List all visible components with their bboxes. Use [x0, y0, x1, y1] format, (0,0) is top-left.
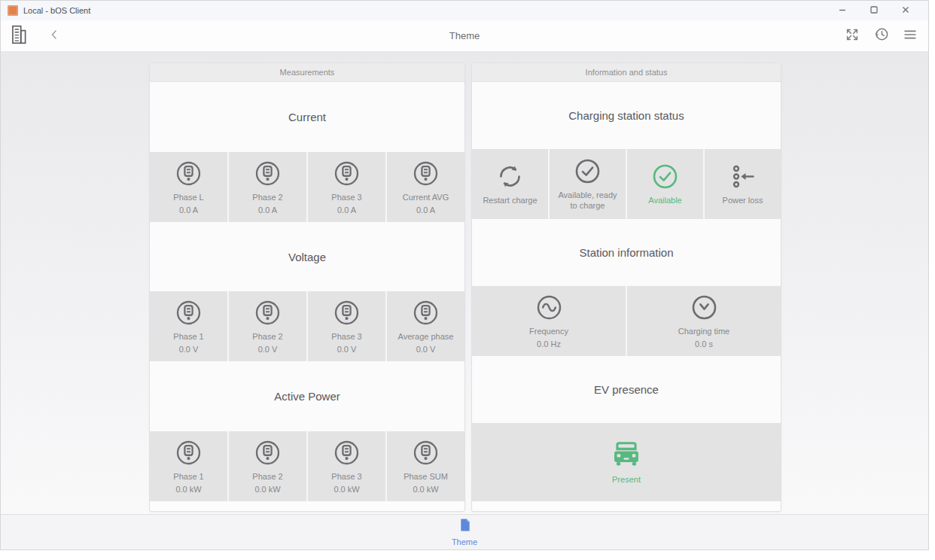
tab-theme[interactable]: Theme [452, 518, 477, 546]
section-heading-current: Current [150, 82, 464, 152]
tile-label: Current AVG [403, 192, 449, 202]
history-button[interactable] [873, 26, 890, 46]
power-loss-icon [729, 163, 757, 190]
tile-restart-charge[interactable]: Restart charge [472, 149, 548, 219]
tile-phase-sum: Phase SUM0.0 kW [385, 431, 464, 501]
tile-row-current: Phase L0.0 A Phase 20.0 A Phase 30.0 A C… [150, 152, 464, 222]
tile-row-charging-station-status: Restart charge Available, ready to charg… [472, 149, 781, 219]
panel-title: Measurements [150, 63, 464, 82]
meter-icon [175, 299, 203, 327]
tile-label: Phase 2 [252, 331, 282, 342]
check-circle-icon [651, 163, 679, 190]
tile-present: Present [472, 423, 781, 501]
tile-value: 0.0 V [179, 345, 199, 354]
fullscreen-icon [844, 26, 860, 46]
close-button[interactable] [890, 1, 921, 20]
meter-icon [333, 299, 361, 327]
tile-phase-1: Phase 10.0 kW [150, 431, 227, 501]
meter-icon [254, 299, 282, 327]
home-button[interactable] [9, 24, 29, 48]
tile-value: 0.0 A [416, 205, 435, 215]
tile-label: Restart charge [483, 195, 537, 205]
meter-icon [333, 160, 361, 187]
clock-icon [690, 294, 718, 321]
tile-phase-3: Phase 30.0 kW [306, 431, 385, 501]
fullscreen-button[interactable] [844, 26, 860, 46]
titlebar: Local - bOS Client [1, 1, 928, 20]
tile-label: Phase 3 [331, 471, 361, 482]
tile-phase-3: Phase 30.0 A [306, 152, 385, 222]
tile-value: 0.0 A [258, 205, 277, 215]
tile-power-loss: Power loss [703, 149, 781, 219]
tile-available: Available [626, 149, 703, 219]
tile-value: 0.0 kW [413, 485, 438, 494]
maximize-icon [870, 4, 879, 17]
tile-label: Phase L [173, 192, 203, 202]
panel-title: Information and status [472, 63, 781, 82]
tile-label: Charging time [678, 326, 729, 336]
tile-phase-l: Phase L0.0 A [150, 152, 227, 222]
tile-value: 0.0 Hz [537, 339, 561, 348]
tile-value: 0.0 kW [333, 485, 359, 494]
tile-phase-3: Phase 30.0 V [306, 291, 385, 361]
tile-value: 0.0 V [337, 345, 357, 354]
meter-icon [254, 160, 282, 187]
tile-available-ready-to-charge: Available, ready to charge [548, 149, 626, 219]
tile-value: 0.0 A [179, 205, 198, 215]
toolbar: Theme [1, 20, 928, 52]
page-title: Theme [1, 30, 928, 41]
tile-phase-1: Phase 10.0 V [150, 291, 227, 361]
tile-label: Phase 3 [331, 192, 361, 202]
tile-phase-2: Phase 20.0 A [227, 152, 306, 222]
window-title: Local - bOS Client [23, 6, 90, 15]
menu-button[interactable] [902, 26, 918, 46]
tile-label: Available, ready to charge [554, 190, 621, 212]
main-content: MeasurementsCurrent Phase L0.0 A Phase 2… [1, 52, 928, 514]
meter-icon [254, 439, 282, 467]
meter-icon [412, 299, 440, 327]
minimize-button[interactable] [827, 1, 858, 20]
frequency-icon [535, 294, 563, 321]
panel-information-and-status: Information and statusCharging station s… [471, 62, 781, 512]
tile-phase-2: Phase 20.0 kW [227, 431, 306, 501]
tile-value: 0.0 V [258, 345, 278, 354]
tile-label: Phase 3 [331, 331, 361, 342]
tab-theme-label: Theme [452, 537, 477, 546]
tile-value: 0.0 kW [254, 485, 280, 494]
tile-label: Phase 1 [173, 471, 203, 482]
tile-average-phase: Average phase0.0 V [385, 291, 464, 361]
tile-label: Phase 2 [252, 471, 282, 482]
menu-icon [902, 26, 918, 46]
maximize-button[interactable] [858, 1, 890, 20]
meter-icon [175, 439, 203, 467]
tile-label: Phase 2 [252, 192, 282, 202]
tile-label: Power loss [723, 195, 763, 205]
tile-row-active-power: Phase 10.0 kW Phase 20.0 kW Phase 30.0 k… [150, 431, 464, 501]
tile-row-ev-presence: Present [472, 423, 781, 501]
car-icon [609, 440, 644, 470]
section-heading-voltage: Voltage [150, 222, 464, 292]
app-window: Local - bOS Client Theme [0, 0, 929, 550]
tile-label: Present [612, 474, 641, 485]
page-icon [458, 518, 471, 535]
back-button[interactable] [48, 29, 60, 44]
tile-current-avg: Current AVG0.0 A [385, 152, 464, 222]
tile-value: 0.0 V [416, 345, 436, 354]
tile-label: Phase SUM [404, 471, 448, 482]
meter-icon [333, 439, 361, 467]
app-icon [8, 5, 18, 16]
tile-value: 0.0 A [337, 205, 356, 215]
history-icon [873, 26, 890, 46]
meter-icon [175, 160, 203, 187]
tile-label: Available [648, 195, 681, 205]
tile-label: Average phase [398, 331, 454, 342]
section-heading-active-power: Active Power [150, 361, 464, 431]
minimize-icon [838, 4, 847, 17]
tile-value: 0.0 kW [175, 485, 201, 494]
bos-logo-icon [9, 24, 29, 48]
tile-row-voltage: Phase 10.0 V Phase 20.0 V Phase 30.0 V A… [150, 291, 464, 361]
section-heading-ev-presence: EV presence [472, 356, 781, 423]
tile-phase-2: Phase 20.0 V [227, 291, 306, 361]
toolbar-actions [844, 26, 918, 46]
tile-row-station-information: Frequency0.0 Hz Charging time0.0 s [472, 286, 781, 356]
